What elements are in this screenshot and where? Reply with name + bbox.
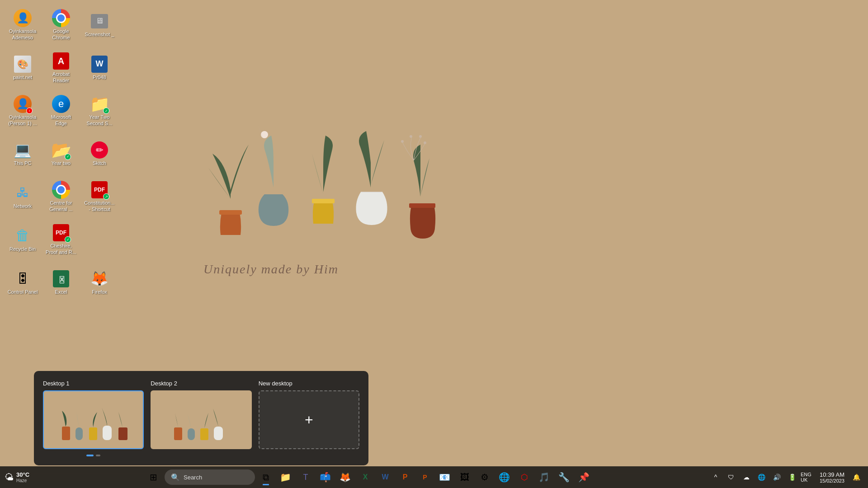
search-icon: 🔍: [171, 473, 180, 482]
network-icon[interactable]: 🌐: [755, 468, 769, 486]
svg-rect-15: [174, 427, 182, 440]
clock-time: 10:39 AM: [820, 471, 844, 478]
icon-cheshire-proof[interactable]: PDF ✓ Cheshire, Proof and R...: [43, 219, 79, 260]
icon-paintnet[interactable]: 🎨 paint.net: [5, 47, 41, 88]
lang-icon[interactable]: ENG UK: [801, 468, 815, 486]
svg-rect-18: [214, 427, 223, 440]
virtual-desktop-new[interactable]: New desktop +: [259, 380, 359, 456]
svg-point-5: [419, 135, 422, 138]
clock[interactable]: 10:39 AM 15/02/2023: [816, 469, 848, 485]
virtual-desktop-1[interactable]: Desktop 1: [43, 380, 144, 456]
vd-dot-active: [86, 455, 94, 456]
svg-rect-0: [219, 210, 242, 215]
taskbar-powerpoint2[interactable]: P: [416, 468, 434, 486]
teams-button[interactable]: T: [297, 468, 315, 486]
volume-icon[interactable]: 🔊: [770, 468, 784, 486]
desktop-icons-area: 👤 Oyinkansola Ademeso Google Chrome 🖥 Sc…: [0, 0, 122, 307]
file-explorer-button[interactable]: 📁: [277, 468, 295, 486]
battery-icon[interactable]: 🔋: [785, 468, 800, 486]
vd-preview-art-2: [156, 395, 246, 445]
icon-year-two[interactable]: 📂 ✓ Year two: [43, 133, 79, 174]
taskbar-powerpoint[interactable]: P: [396, 468, 414, 486]
weather-widget[interactable]: 🌤 30°C Haze: [0, 469, 34, 485]
taskbar: 🌤 30°C Haze ⊞ 🔍 Search ⧉ �: [0, 466, 868, 488]
taskbar-spotify[interactable]: 🎵: [535, 468, 553, 486]
taskbar-outlook[interactable]: 📧: [436, 468, 454, 486]
notification-icon[interactable]: 🔔: [849, 468, 863, 486]
icon-recycle-bin[interactable]: 🗑 Recycle Bin: [5, 219, 41, 260]
icon-oyinkansola-person1[interactable]: 👤 ! Oyinkansola (Person 1) ...: [5, 90, 41, 131]
icon-year-two-second-s[interactable]: 📁 ✓ Year Two Second S...: [81, 90, 118, 131]
taskbar-tool[interactable]: 🔧: [555, 468, 573, 486]
vd-preview-2[interactable]: [151, 390, 251, 449]
cloud-icon[interactable]: ☁: [739, 468, 754, 486]
icon-google-chrome[interactable]: Google Chrome: [43, 5, 79, 45]
icon-network[interactable]: 🖧 Network: [5, 176, 41, 217]
wallpaper-tagline: Uniquely made by Him: [203, 262, 339, 277]
taskbar-pin[interactable]: 📌: [575, 468, 593, 486]
virtual-desktop-panel: Desktop 1: [34, 371, 368, 465]
search-text: Search: [184, 474, 202, 481]
svg-point-3: [401, 140, 404, 143]
svg-rect-13: [118, 427, 127, 440]
svg-rect-9: [62, 427, 70, 440]
mail-button[interactable]: 📫: [316, 468, 335, 486]
weather-icon: 🌤: [5, 472, 14, 483]
svg-rect-17: [200, 428, 208, 440]
svg-rect-10: [75, 427, 83, 440]
icon-excel[interactable]: X Excel: [43, 262, 79, 303]
svg-rect-16: [188, 428, 195, 440]
icon-this-pc[interactable]: 💻 This PC: [5, 133, 41, 174]
icon-control-panel[interactable]: 🎛 Control Panel: [5, 262, 41, 303]
desktop: Uniquely made by Him 👤 Oyinkansola Ademe…: [0, 0, 868, 488]
svg-point-4: [410, 135, 412, 138]
icon-pr048[interactable]: W Pr048: [81, 47, 118, 88]
lang-label: ENG UK: [801, 472, 815, 483]
svg-point-6: [424, 141, 426, 144]
taskbar-excel[interactable]: X: [356, 468, 374, 486]
icon-oyinkansola-ademeso[interactable]: 👤 Oyinkansola Ademeso: [5, 5, 41, 45]
icon-acrobat-reader[interactable]: A Acrobat Reader: [43, 47, 79, 88]
taskbar-settings[interactable]: ⚙: [476, 468, 494, 486]
icon-constitution-shortcut[interactable]: PDF ↗ Constitution... - Shortcut: [81, 176, 118, 217]
taskbar-firefox[interactable]: 🦊: [336, 468, 354, 486]
weather-temp: 30°C: [16, 471, 29, 478]
icon-skitch[interactable]: ✏ Skitch: [81, 133, 118, 174]
taskbar-search[interactable]: 🔍 Search: [165, 469, 255, 485]
task-view-button[interactable]: ⧉: [257, 468, 275, 486]
add-desktop-icon: +: [305, 412, 313, 428]
svg-rect-12: [103, 426, 112, 440]
taskbar-extra-red[interactable]: ⬡: [515, 468, 533, 486]
show-hidden-icons[interactable]: ^: [708, 468, 723, 486]
icon-firefox[interactable]: 🦊 Firefox: [81, 262, 118, 303]
svg-point-1: [261, 131, 268, 138]
vd-preview-art-1: [48, 395, 139, 445]
antivirus-icon[interactable]: 🛡: [724, 468, 738, 486]
system-tray: ^ 🛡 ☁ 🌐 🔊 🔋 ENG UK 10:39 AM 15/02/2023 🔔: [704, 468, 868, 486]
taskbar-chrome-orange[interactable]: 🌐: [495, 468, 514, 486]
svg-rect-2: [312, 199, 335, 203]
weather-condition: Haze: [16, 478, 29, 483]
clock-date: 15/02/2023: [820, 478, 844, 483]
icon-microsoft-edge[interactable]: e Microsoft Edge: [43, 90, 79, 131]
start-button[interactable]: ⊞: [145, 468, 163, 486]
virtual-desktop-2[interactable]: Desktop 2: [151, 380, 251, 456]
svg-rect-11: [89, 427, 97, 440]
taskbar-word[interactable]: W: [376, 468, 394, 486]
taskbar-photos[interactable]: 🖼: [456, 468, 474, 486]
vd-dot: [96, 455, 100, 456]
icon-screenshot[interactable]: 🖥 Screenshot _: [81, 5, 118, 45]
vd-preview-1[interactable]: [43, 390, 144, 449]
icon-centre-for-general[interactable]: Centre for General ...: [43, 176, 79, 217]
vd-preview-new[interactable]: +: [259, 390, 359, 449]
active-indicator: [263, 484, 269, 485]
wallpaper-illustration: [190, 99, 484, 271]
svg-rect-7: [409, 203, 435, 208]
taskbar-center: ⊞ 🔍 Search ⧉ 📁 T 📫: [34, 468, 704, 486]
